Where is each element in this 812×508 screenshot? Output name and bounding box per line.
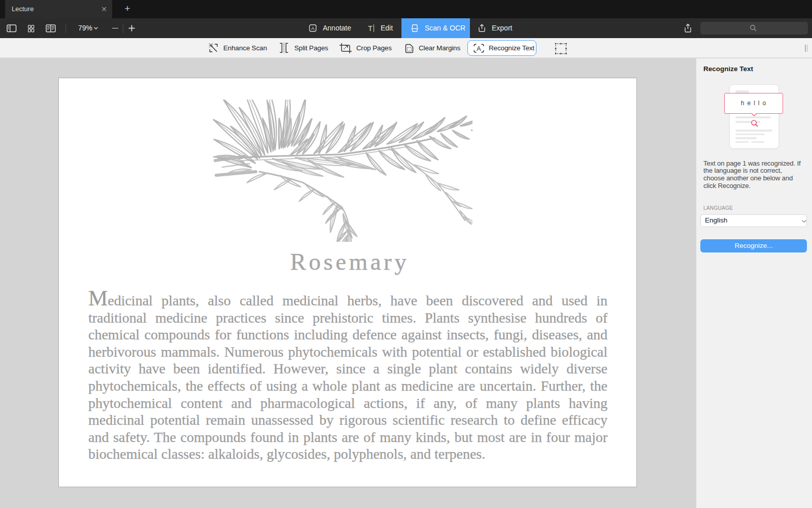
svg-text:A: A	[477, 45, 481, 52]
svg-text:A: A	[311, 25, 315, 31]
